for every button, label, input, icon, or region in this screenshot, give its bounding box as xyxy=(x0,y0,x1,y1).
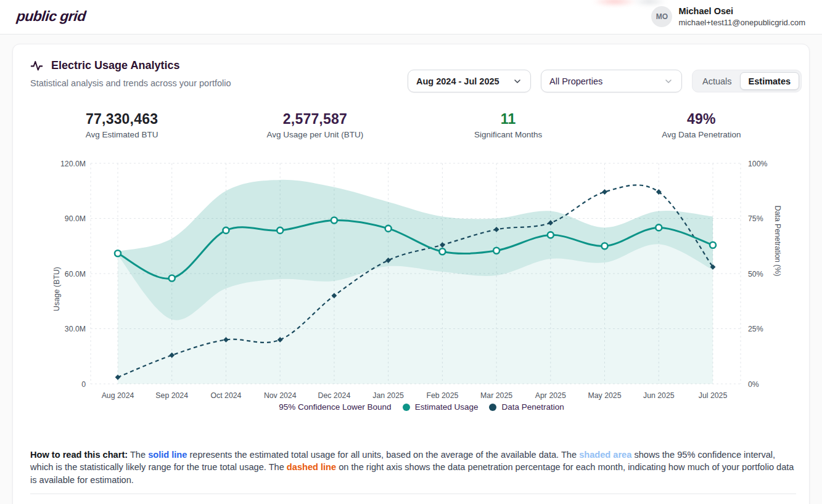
toggle-estimates[interactable]: Estimates xyxy=(740,72,800,90)
estimated-usage-point xyxy=(223,227,229,234)
user-menu[interactable]: MO Michael Osei michael+test11@onepublic… xyxy=(651,6,805,28)
public-grid-logo[interactable]: public grid xyxy=(16,8,87,25)
usage-analytics-chart: 030.0M60.0M90.0M120.0M0%25%50%75%100%Aug… xyxy=(47,155,796,420)
estimated-usage-swatch xyxy=(403,404,410,411)
analytics-card: Electric Usage Analytics Statistical ana… xyxy=(12,44,810,504)
x-axis-tick: Feb 2025 xyxy=(426,391,458,400)
y-axis-tick-left: 90.0M xyxy=(65,214,86,223)
summary-stats-row: 77,330,463 Avg Estimated BTU 2,577,587 A… xyxy=(25,110,798,139)
y-axis-tick-left: 60.0M xyxy=(65,270,86,278)
page-title: Electric Usage Analytics xyxy=(51,59,179,72)
property-filter-select[interactable]: All Properties xyxy=(541,70,682,92)
stat-significant-months: 11 Significant Months xyxy=(412,110,605,139)
right-axis-title: Data Penetration (%) xyxy=(773,206,782,277)
dashed-line-keyword: dashed line xyxy=(287,462,336,472)
actuals-estimates-toggle: Actuals Estimates xyxy=(692,70,802,92)
legend-estimated-usage: Estimated Usage xyxy=(403,402,479,412)
property-filter-value: All Properties xyxy=(549,76,602,86)
x-axis-tick: Jul 2025 xyxy=(699,391,728,400)
stat-value: 77,330,463 xyxy=(25,110,218,128)
chart-explainer: How to read this chart: The solid line r… xyxy=(30,449,796,486)
stat-avg-usage-per-unit: 2,577,587 Avg Usage per Unit (BTU) xyxy=(218,110,411,139)
estimated-usage-point xyxy=(439,248,445,254)
x-axis-tick: May 2025 xyxy=(588,391,621,400)
left-axis-title: Usage (BTU) xyxy=(52,267,61,311)
x-axis-tick: Aug 2024 xyxy=(102,391,134,400)
chart-legend: 95% Confidence Lower Bound Estimated Usa… xyxy=(47,402,796,412)
y-axis-tick-left: 120.0M xyxy=(60,160,86,168)
chevron-down-icon xyxy=(512,76,522,86)
chart-canvas: 030.0M60.0M90.0M120.0M0%25%50%75%100%Aug… xyxy=(47,155,796,420)
legend-data-penetration: Data Penetration xyxy=(489,402,564,412)
x-axis-tick: Sep 2024 xyxy=(155,391,188,400)
section-divider xyxy=(30,494,796,494)
data-penetration-point xyxy=(602,189,607,195)
toggle-actuals[interactable]: Actuals xyxy=(694,72,740,90)
user-name: Michael Osei xyxy=(678,6,805,17)
stat-label: Significant Months xyxy=(412,130,605,139)
estimated-usage-point xyxy=(710,242,716,248)
x-axis-tick: Jan 2025 xyxy=(372,391,404,400)
y-axis-tick-right: 75% xyxy=(748,214,763,223)
estimated-usage-point xyxy=(656,224,662,230)
chevron-down-icon xyxy=(664,76,673,86)
estimated-usage-point xyxy=(602,243,608,249)
y-axis-tick-left: 30.0M xyxy=(65,325,86,333)
legend-confidence-lower-bound: 95% Confidence Lower Bound xyxy=(279,402,391,412)
x-axis-tick: Apr 2025 xyxy=(535,391,566,400)
stat-label: Avg Usage per Unit (BTU) xyxy=(218,130,411,139)
avatar[interactable]: MO xyxy=(651,6,672,27)
date-range-value: Aug 2024 - Jul 2025 xyxy=(416,76,499,86)
y-axis-tick-left: 0 xyxy=(81,380,86,389)
stat-value: 11 xyxy=(412,110,605,128)
x-axis-tick: Dec 2024 xyxy=(318,391,351,400)
x-axis-tick: Nov 2024 xyxy=(264,391,297,400)
stat-value: 2,577,587 xyxy=(218,110,411,128)
stat-avg-data-penetration: 49% Avg Data Penetration xyxy=(605,110,798,139)
shaded-area-keyword: shaded area xyxy=(579,450,631,460)
stat-label: Avg Data Penetration xyxy=(605,130,798,139)
stat-avg-estimated-btu: 77,330,463 Avg Estimated BTU xyxy=(25,110,218,139)
top-bar: public grid MO Michael Osei michael+test… xyxy=(0,0,822,35)
page-subtitle: Statistical analysis and trends across y… xyxy=(30,78,231,88)
y-axis-tick-right: 0% xyxy=(748,380,759,389)
estimated-usage-point xyxy=(331,217,337,223)
y-axis-tick-right: 25% xyxy=(748,325,763,333)
y-axis-tick-right: 100% xyxy=(748,160,768,168)
solid-line-keyword: solid line xyxy=(148,450,187,460)
data-penetration-swatch xyxy=(489,404,496,411)
estimated-usage-point xyxy=(169,275,175,281)
activity-pulse-icon xyxy=(30,59,43,72)
estimated-usage-point xyxy=(115,250,121,256)
estimated-usage-point xyxy=(493,248,499,254)
user-info: Michael Osei michael+test11@onepublicgri… xyxy=(678,6,805,28)
x-axis-tick: Mar 2025 xyxy=(480,391,512,400)
estimated-usage-point xyxy=(385,226,392,232)
x-axis-tick: Oct 2024 xyxy=(211,391,242,400)
stat-label: Avg Estimated BTU xyxy=(25,130,218,139)
y-axis-tick-right: 50% xyxy=(748,270,763,278)
estimated-usage-point xyxy=(548,232,554,238)
x-axis-tick: Jun 2025 xyxy=(643,391,675,400)
date-range-select[interactable]: Aug 2024 - Jul 2025 xyxy=(408,70,531,92)
card-header: Electric Usage Analytics xyxy=(30,59,179,72)
stat-value: 49% xyxy=(605,110,798,128)
user-email: michael+test11@onepublicgrid.com xyxy=(678,17,805,28)
estimated-usage-point xyxy=(277,227,283,234)
